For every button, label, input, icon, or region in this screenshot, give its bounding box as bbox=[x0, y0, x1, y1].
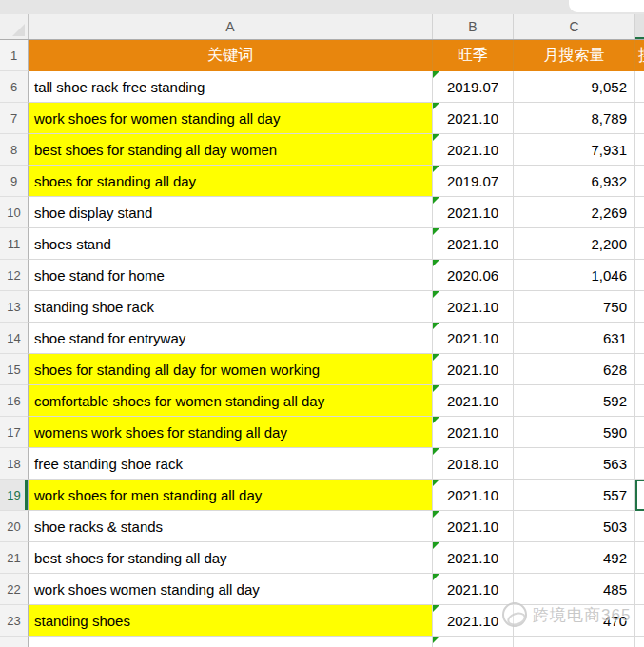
header-cell-keyword[interactable]: 关键词 bbox=[29, 40, 433, 71]
row-number[interactable]: 23 bbox=[0, 605, 29, 637]
row-number[interactable]: 13 bbox=[0, 291, 29, 323]
row-number[interactable]: 19 bbox=[0, 480, 29, 511]
season-cell[interactable]: 2021.10 bbox=[433, 542, 514, 574]
keyword-cell[interactable]: shoes stand bbox=[29, 228, 433, 260]
volume-cell[interactable]: 2,200 bbox=[514, 228, 635, 260]
column-header-b[interactable]: B bbox=[433, 14, 514, 39]
column-header-d-selected[interactable] bbox=[635, 14, 644, 39]
season-cell[interactable]: 2021.10 bbox=[433, 637, 514, 647]
row-number[interactable]: 10 bbox=[0, 197, 29, 228]
season-cell[interactable]: 2021.10 bbox=[433, 511, 514, 542]
volume-cell[interactable]: 492 bbox=[514, 542, 635, 574]
next-column-cell[interactable] bbox=[635, 71, 644, 103]
volume-cell[interactable]: 9,052 bbox=[514, 71, 635, 103]
volume-cell[interactable]: 485 bbox=[514, 574, 635, 605]
select-all-corner[interactable] bbox=[0, 14, 29, 39]
keyword-cell[interactable]: free standing shoe rack bbox=[29, 448, 433, 480]
next-column-cell[interactable] bbox=[635, 166, 644, 197]
keyword-cell[interactable]: work shoes women standing all day bbox=[29, 574, 433, 605]
season-cell[interactable]: 2021.10 bbox=[433, 197, 514, 228]
row-number[interactable]: 6 bbox=[0, 71, 29, 103]
next-column-cell[interactable] bbox=[635, 354, 644, 385]
keyword-cell[interactable]: best shoes for standing all day bbox=[29, 542, 433, 574]
row-number-1[interactable]: 1 bbox=[0, 40, 29, 71]
volume-cell[interactable]: 470 bbox=[514, 605, 635, 637]
season-cell[interactable]: 2021.10 bbox=[433, 605, 514, 637]
next-column-cell[interactable] bbox=[635, 103, 644, 134]
column-header-c[interactable]: C bbox=[514, 14, 635, 39]
keyword-cell[interactable]: standing shoes bbox=[29, 605, 433, 637]
row-number[interactable]: 7 bbox=[0, 103, 29, 134]
season-cell[interactable]: 2021.10 bbox=[433, 323, 514, 354]
season-cell[interactable]: 2018.10 bbox=[433, 448, 514, 480]
keyword-cell[interactable]: work shoes for men standing all day bbox=[29, 480, 433, 511]
row-number[interactable]: 15 bbox=[0, 354, 29, 385]
season-cell[interactable]: 2021.10 bbox=[433, 574, 514, 605]
season-cell[interactable]: 2021.10 bbox=[433, 354, 514, 385]
season-cell[interactable]: 2021.10 bbox=[433, 228, 514, 260]
column-header-a[interactable]: A bbox=[29, 14, 433, 39]
keyword-cell[interactable]: shoe stand for entryway bbox=[29, 323, 433, 354]
row-number[interactable]: 18 bbox=[0, 448, 29, 480]
season-cell[interactable]: 2021.10 bbox=[433, 103, 514, 134]
season-cell[interactable]: 2021.10 bbox=[433, 480, 514, 511]
header-cell-next-partial[interactable]: 搜 bbox=[635, 40, 644, 71]
volume-cell[interactable]: 628 bbox=[514, 354, 635, 385]
row-number[interactable]: 22 bbox=[0, 574, 29, 605]
row-number[interactable]: 14 bbox=[0, 323, 29, 354]
volume-cell[interactable]: 631 bbox=[514, 323, 635, 354]
keyword-cell[interactable]: womens work shoes for standing all day bbox=[29, 417, 433, 448]
row-number[interactable]: 20 bbox=[0, 511, 29, 542]
keyword-cell[interactable]: work shoes for women standing all day bbox=[29, 103, 433, 134]
row-number[interactable]: 16 bbox=[0, 385, 29, 417]
next-column-cell[interactable] bbox=[635, 417, 644, 448]
header-cell-volume[interactable]: 月搜索量 bbox=[514, 40, 635, 71]
season-cell[interactable]: 2020.06 bbox=[433, 260, 514, 291]
formula-bar-tab[interactable] bbox=[569, 0, 644, 12]
next-column-cell[interactable] bbox=[635, 448, 644, 480]
keyword-cell[interactable]: comfortable shoes for women standing all… bbox=[29, 385, 433, 417]
season-cell[interactable]: 2021.10 bbox=[433, 385, 514, 417]
season-cell[interactable]: 2021.10 bbox=[433, 417, 514, 448]
keyword-cell[interactable]: tall shoe rack free standing bbox=[29, 71, 433, 103]
volume-cell[interactable]: 410 bbox=[514, 637, 635, 647]
next-column-cell[interactable] bbox=[635, 323, 644, 354]
next-column-cell[interactable] bbox=[635, 228, 644, 260]
keyword-cell[interactable]: standing shoe rack bbox=[29, 291, 433, 323]
next-column-cell[interactable] bbox=[635, 605, 644, 637]
next-column-cell[interactable] bbox=[635, 385, 644, 417]
next-column-cell[interactable] bbox=[635, 260, 644, 291]
next-column-cell[interactable] bbox=[635, 134, 644, 166]
header-cell-season[interactable]: 旺季 bbox=[433, 40, 514, 71]
volume-cell[interactable]: 592 bbox=[514, 385, 635, 417]
row-number[interactable]: 8 bbox=[0, 134, 29, 166]
keyword-cell[interactable]: shoes for standing all day bbox=[29, 166, 433, 197]
next-column-cell[interactable] bbox=[635, 542, 644, 574]
season-cell[interactable]: 2021.10 bbox=[433, 134, 514, 166]
volume-cell[interactable]: 8,789 bbox=[514, 103, 635, 134]
row-number[interactable]: 12 bbox=[0, 260, 29, 291]
next-column-cell[interactable] bbox=[635, 291, 644, 323]
row-number[interactable]: 17 bbox=[0, 417, 29, 448]
volume-cell[interactable]: 6,932 bbox=[514, 166, 635, 197]
row-number[interactable]: 9 bbox=[0, 166, 29, 197]
season-cell[interactable]: 2019.07 bbox=[433, 166, 514, 197]
keyword-cell[interactable]: shoes for standing all day for women wor… bbox=[29, 354, 433, 385]
keyword-cell[interactable]: shoe racks & stands bbox=[29, 511, 433, 542]
volume-cell[interactable]: 503 bbox=[514, 511, 635, 542]
next-column-cell[interactable] bbox=[635, 480, 644, 511]
volume-cell[interactable]: 2,269 bbox=[514, 197, 635, 228]
row-number[interactable]: 21 bbox=[0, 542, 29, 574]
season-cell[interactable]: 2021.10 bbox=[433, 291, 514, 323]
row-number[interactable]: 11 bbox=[0, 228, 29, 260]
keyword-cell[interactable]: shoe stand for home bbox=[29, 260, 433, 291]
volume-cell[interactable]: 563 bbox=[514, 448, 635, 480]
next-column-cell[interactable] bbox=[635, 197, 644, 228]
next-column-cell[interactable] bbox=[635, 637, 644, 647]
next-column-cell[interactable] bbox=[635, 511, 644, 542]
next-column-cell[interactable] bbox=[635, 574, 644, 605]
volume-cell[interactable]: 557 bbox=[514, 480, 635, 511]
season-cell[interactable]: 2019.07 bbox=[433, 71, 514, 103]
keyword-cell[interactable]: shoe display stand bbox=[29, 197, 433, 228]
row-number[interactable]: 24 bbox=[0, 637, 29, 647]
